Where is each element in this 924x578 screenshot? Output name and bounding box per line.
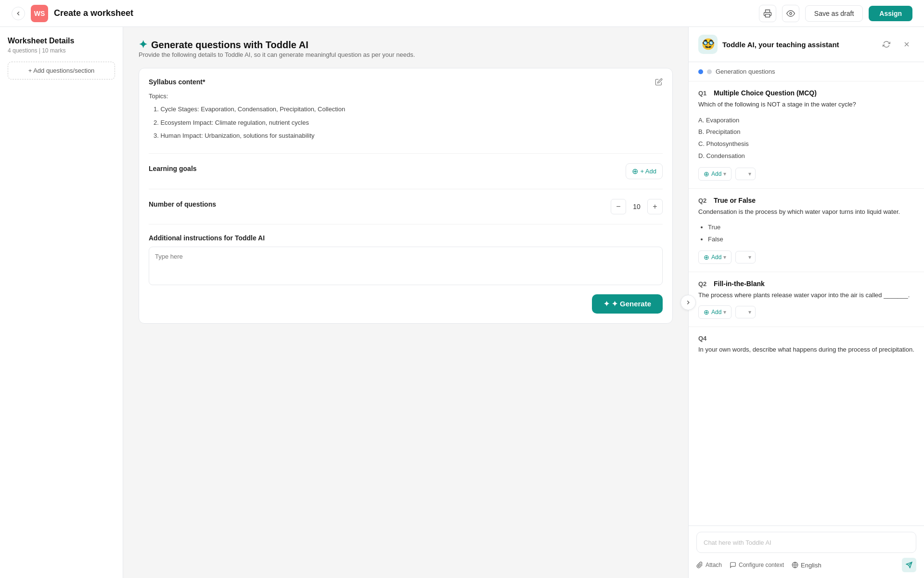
q1-opt-d: D. Condensation: [698, 150, 914, 162]
ai-instructions-input[interactable]: [149, 247, 663, 285]
learning-goals-section: Learning goals ⊕ + Add: [149, 163, 663, 189]
syllabus-header-row: Syllabus content*: [149, 78, 663, 91]
num-questions-row: Number of questions − 10 +: [149, 199, 663, 214]
q1-type: Multiple Choice Question (MCQ): [714, 89, 817, 97]
language-button[interactable]: English: [792, 562, 821, 569]
num-questions-label: Number of questions: [149, 200, 216, 208]
num-questions-value: 10: [630, 203, 643, 210]
plus-icon: ⊕: [704, 253, 709, 261]
question-item-4: Q4 In your own words, describe what happ…: [689, 327, 924, 363]
q1-actions: ⊕ Add ▾ ▾: [698, 167, 914, 181]
q2-text: Condensation is the process by which wat…: [698, 207, 914, 217]
topic-1: 1. Cycle Stages: Evaporation, Condensati…: [149, 104, 663, 115]
center-panel: ✦ Generate questions with Toddle AI Prov…: [123, 27, 688, 335]
q4-num: Q4: [698, 335, 710, 342]
q3-options-button[interactable]: ▾: [735, 306, 756, 318]
close-button[interactable]: [899, 37, 914, 52]
plus-icon: ⊕: [632, 167, 638, 176]
q2-bullet-true: True: [708, 222, 914, 234]
status-dot-active: [698, 69, 703, 74]
q1-header: Q1 Multiple Choice Question (MCQ): [698, 89, 914, 97]
add-goal-button[interactable]: ⊕ + Add: [626, 163, 663, 179]
q3-add-button[interactable]: ⊕ Add ▾: [698, 305, 732, 319]
q1-options: A. Evaporation B. Precipitation C. Photo…: [698, 115, 914, 162]
configure-context-button[interactable]: Configure context: [730, 562, 784, 568]
svg-rect-0: [765, 14, 770, 17]
status-dot-inactive: [707, 69, 712, 74]
ai-panel: 🥸 Toddle AI, your teaching assistant Gen…: [688, 27, 924, 578]
preview-button[interactable]: [782, 5, 799, 22]
ai-panel-header: 🥸 Toddle AI, your teaching assistant: [689, 27, 924, 62]
q2-options-button[interactable]: ▾: [735, 251, 756, 263]
sidebar-title: Worksheet Details: [8, 37, 115, 45]
q1-options-button[interactable]: ▾: [735, 168, 756, 180]
chat-input-area[interactable]: Chat here with Toddle AI: [696, 532, 916, 553]
ai-panel-title-row: 🥸 Toddle AI, your teaching assistant: [698, 35, 839, 54]
ai-panel-actions: [879, 37, 914, 52]
num-questions-stepper: − 10 +: [611, 199, 663, 214]
ai-instructions-section: Additional instructions for Toddle AI: [149, 234, 663, 287]
q2-header: Q2 True or False: [698, 197, 914, 204]
q3-type: Fill-in-the-Blank: [714, 280, 765, 288]
q3-actions: ⊕ Add ▾ ▾: [698, 305, 914, 319]
generate-button[interactable]: ✦ ✦ Generate: [592, 294, 663, 314]
save-draft-button[interactable]: Save as draft: [805, 5, 863, 22]
topic-2: 2. Ecosystem Impact: Climate regulation,…: [149, 117, 663, 128]
assign-button[interactable]: Assign: [869, 6, 912, 21]
question-item-3: Q2 Fill-in-the-Blank The process where p…: [689, 272, 924, 327]
question-item-1: Q1 Multiple Choice Question (MCQ) Which …: [689, 81, 924, 189]
q1-opt-c: C. Photosynthesis: [698, 138, 914, 150]
add-section-button[interactable]: + Add questions/section: [8, 62, 115, 79]
ws-badge: WS: [31, 5, 48, 22]
generation-status-text: Generation questions: [716, 68, 775, 75]
chat-bottom-row: Attach Configure context English: [696, 558, 916, 572]
print-button[interactable]: [759, 5, 776, 22]
refresh-button[interactable]: [879, 37, 894, 52]
generation-status-row: Generation questions: [689, 62, 924, 81]
learning-goals-label: Learning goals: [149, 165, 197, 172]
q3-header: Q2 Fill-in-the-Blank: [698, 280, 914, 288]
q3-num: Q2: [698, 280, 710, 288]
topics-heading: Topics:: [149, 91, 663, 102]
q4-header: Q4: [698, 335, 914, 342]
syllabus-edit-button[interactable]: [655, 78, 663, 86]
q2-num: Q2: [698, 197, 710, 204]
q1-num: Q1: [698, 90, 710, 97]
decrement-button[interactable]: −: [611, 199, 626, 214]
questions-list: Q1 Multiple Choice Question (MCQ) Which …: [689, 81, 924, 525]
sparkle-icon-btn: ✦: [603, 300, 610, 308]
syllabus-label: Syllabus content*: [149, 78, 205, 86]
main-layout: Worksheet Details 4 questions | 10 marks…: [0, 27, 924, 578]
q2-add-button[interactable]: ⊕ Add ▾: [698, 250, 732, 264]
generate-title: ✦ Generate questions with Toddle AI: [139, 39, 673, 51]
q4-text: In your own words, describe what happens…: [698, 345, 914, 355]
topics-list: Topics: 1. Cycle Stages: Evaporation, Co…: [149, 91, 663, 142]
q1-add-button[interactable]: ⊕ Add ▾: [698, 167, 732, 181]
learning-goals-row: Learning goals ⊕ + Add: [149, 163, 663, 179]
send-button[interactable]: [902, 558, 916, 572]
back-button[interactable]: [12, 7, 25, 20]
attach-button[interactable]: Attach: [696, 562, 722, 568]
q1-opt-b: B. Precipitation: [698, 126, 914, 138]
question-item-2: Q2 True or False Condensation is the pro…: [689, 189, 924, 272]
svg-point-1: [790, 12, 792, 14]
page-title: Create a worksheet: [54, 8, 133, 18]
q2-bullets: True False: [698, 222, 914, 245]
chat-tools: Attach Configure context English: [696, 562, 821, 569]
q2-bullet-false: False: [708, 234, 914, 246]
topbar: WS Create a worksheet Save as draft Assi…: [0, 0, 924, 27]
chat-bar: Chat here with Toddle AI Attach Configur…: [689, 525, 924, 578]
ai-instructions-label: Additional instructions for Toddle AI: [149, 234, 663, 242]
q3-text: The process where plants release water v…: [698, 290, 914, 301]
expand-arrow[interactable]: [680, 295, 696, 310]
num-questions-section: Number of questions − 10 +: [149, 199, 663, 224]
sidebar: Worksheet Details 4 questions | 10 marks…: [0, 27, 123, 578]
chat-placeholder: Chat here with Toddle AI: [704, 539, 771, 546]
center-wrapper: ✦ Generate questions with Toddle AI Prov…: [123, 27, 688, 578]
increment-button[interactable]: +: [647, 199, 663, 214]
q1-text: Which of the following is NOT a stage in…: [698, 100, 914, 110]
ai-avatar: 🥸: [698, 35, 718, 54]
language-label: English: [801, 562, 821, 569]
plus-icon: ⊕: [704, 170, 709, 178]
topbar-right: Save as draft Assign: [759, 5, 912, 22]
